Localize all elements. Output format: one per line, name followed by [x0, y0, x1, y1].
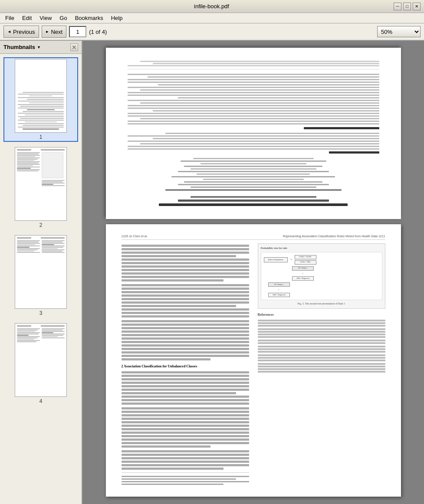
- pdf-page-1: [106, 48, 401, 219]
- sidebar-header: Thumbnails ▼ ✕: [0, 41, 82, 54]
- sidebar-content: 1: [0, 54, 82, 504]
- para-section2-2: [122, 407, 249, 448]
- sidebar-dropdown-icon: ▼: [37, 45, 41, 49]
- window-controls: ─ □ ✕: [394, 3, 421, 10]
- previous-button[interactable]: ◄ Previous: [3, 26, 39, 38]
- menu-bookmarks[interactable]: Bookmarks: [72, 14, 107, 22]
- ref-6: [258, 363, 385, 373]
- page-info: (1 of 4): [89, 29, 107, 35]
- menu-help[interactable]: Help: [108, 14, 126, 22]
- main-layout: Thumbnails ▼ ✕: [0, 41, 424, 504]
- page-2-header-left: 1226 Jo Chen et al.: [122, 235, 148, 238]
- zoom-select[interactable]: 50% 75% 100% 125% 150% 200%: [377, 26, 421, 37]
- para-3: [122, 320, 249, 360]
- thumb-label-3: 3: [39, 310, 43, 316]
- ref-3: [258, 340, 385, 344]
- close-button[interactable]: ✕: [413, 3, 421, 10]
- menu-file[interactable]: File: [2, 14, 18, 22]
- title-bar: infile-book.pdf ─ □ ✕: [0, 0, 424, 13]
- section2-title: 2 Association Classification for Unbalan…: [122, 364, 249, 370]
- ref-1: [258, 320, 385, 327]
- thumb-box-4: [15, 323, 67, 397]
- page-2-right-col: Probability tree for rule Entire Populat…: [258, 243, 385, 486]
- ref-5: [258, 354, 385, 361]
- menu-bar: File Edit View Go Bookmarks Help: [0, 13, 424, 23]
- sidebar-title: Thumbnails: [3, 44, 35, 50]
- thumbnail-page-4[interactable]: 4: [3, 321, 78, 406]
- ref-4: [258, 346, 385, 353]
- para-2: [122, 284, 249, 317]
- thumb-box-1: [15, 59, 67, 133]
- menu-edit[interactable]: Edit: [19, 14, 35, 22]
- page-2-header-right: Representing Association Classification …: [283, 235, 385, 238]
- thumb-box-2: [15, 147, 67, 221]
- page-2-left-col: 2 Association Classification for Unbalan…: [122, 243, 249, 486]
- next-button[interactable]: ► Next: [42, 26, 67, 38]
- content-area[interactable]: 1226 Jo Chen et al. Representing Associa…: [82, 41, 424, 504]
- previous-label: Previous: [13, 29, 35, 35]
- thumb-label-2: 2: [39, 222, 43, 228]
- maximize-button[interactable]: □: [403, 3, 411, 10]
- page-number-input[interactable]: [69, 26, 86, 37]
- thumbnail-page-2[interactable]: 2: [3, 145, 78, 230]
- menu-view[interactable]: View: [36, 14, 55, 22]
- thumb-box-3: [15, 235, 67, 309]
- prev-arrow-icon: ◄: [7, 29, 11, 34]
- next-label: Next: [51, 29, 62, 35]
- references-title: References: [258, 312, 385, 317]
- page-2-content: 2 Association Classification for Unbalan…: [122, 243, 385, 486]
- thumbnail-page-1[interactable]: 1: [3, 57, 78, 142]
- sidebar-close-button[interactable]: ✕: [70, 43, 78, 51]
- pdf-page-2: 1226 Jo Chen et al. Representing Associa…: [106, 224, 401, 497]
- para-section2-1: [122, 371, 249, 405]
- sidebar: Thumbnails ▼ ✕: [0, 41, 82, 504]
- page-2-header: 1226 Jo Chen et al. Representing Associa…: [122, 235, 385, 240]
- toolbar: ◄ Previous ► Next (1 of 4) 50% 75% 100% …: [0, 23, 424, 41]
- references-section: References: [258, 312, 385, 373]
- ref-2: [258, 328, 385, 338]
- window-title: infile-book.pdf: [194, 3, 229, 10]
- thumb-label-1: 1: [39, 134, 43, 140]
- menu-go[interactable]: Go: [56, 14, 70, 22]
- figure-3: Probability tree for rule Entire Populat…: [258, 243, 385, 309]
- thumbnail-page-3[interactable]: 3: [3, 233, 78, 318]
- para-section2-3: [122, 450, 249, 470]
- sidebar-title-area[interactable]: Thumbnails ▼: [3, 44, 41, 50]
- fig-caption: Fig. 3. The second tree presentation of …: [261, 302, 382, 306]
- para-intro: [122, 245, 249, 281]
- next-arrow-icon: ►: [46, 29, 49, 34]
- thumb-label-4: 4: [39, 398, 43, 404]
- minimize-button[interactable]: ─: [394, 3, 401, 10]
